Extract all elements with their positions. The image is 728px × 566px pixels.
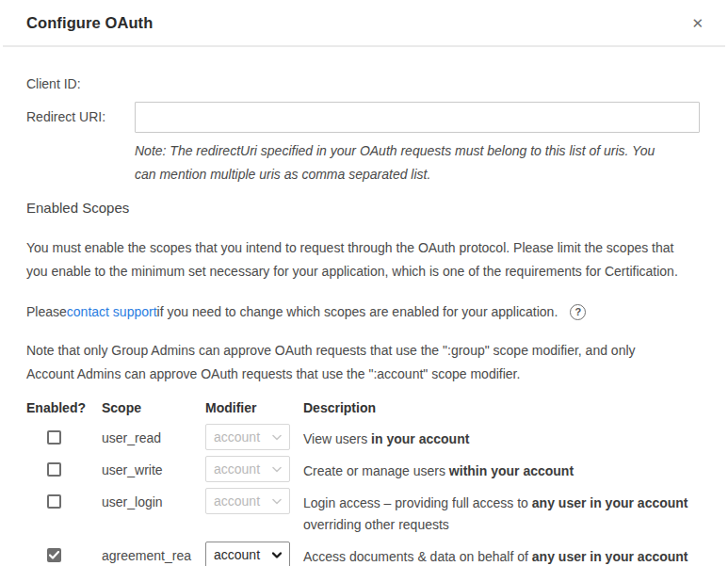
chevron-down-icon bbox=[272, 434, 282, 441]
scope-description: Access documents & data on behalf of any… bbox=[303, 546, 700, 566]
admin-note-text: Note that only Group Admins can approve … bbox=[26, 339, 681, 386]
header-divider bbox=[3, 45, 725, 47]
chevron-down-icon bbox=[272, 552, 282, 558]
column-header-description: Description bbox=[303, 400, 700, 418]
column-header-scope: Scope bbox=[102, 400, 205, 418]
modifier-select[interactable]: account bbox=[205, 424, 290, 450]
enabled-scopes-heading: Enabled Scopes bbox=[26, 200, 700, 216]
redirect-uri-input[interactable] bbox=[135, 102, 700, 133]
scope-name: user_write bbox=[102, 460, 196, 480]
support-text-pre: Please bbox=[26, 300, 67, 324]
modifier-select[interactable]: account bbox=[205, 542, 290, 566]
scope-name: user_read bbox=[102, 428, 196, 448]
scope-name: agreement_read bbox=[102, 545, 196, 566]
client-id-row: Client ID: bbox=[26, 76, 700, 91]
dialog-header: Configure OAuth ✕ bbox=[0, 0, 728, 32]
scope-name: user_login bbox=[102, 492, 196, 512]
modifier-selected-value: account bbox=[214, 461, 260, 477]
help-icon[interactable]: ? bbox=[570, 304, 586, 320]
redirect-uri-row: Redirect URI: bbox=[26, 102, 700, 133]
modifier-selected-value: account bbox=[214, 493, 260, 509]
close-icon[interactable]: ✕ bbox=[688, 14, 707, 32]
scope-enabled-checkbox-agreement_read[interactable] bbox=[47, 548, 61, 562]
scopes-table: Enabled? Scope Modifier Description user… bbox=[26, 400, 700, 566]
support-line: Please contact support if you need to ch… bbox=[26, 300, 693, 324]
dialog-body: Client ID: Redirect URI: Note: The redir… bbox=[0, 76, 728, 566]
redirect-uri-note: Note: The redirectUri specified in your … bbox=[135, 139, 662, 186]
scope-description: Create or manage users within your accou… bbox=[303, 461, 700, 482]
modifier-select[interactable]: account bbox=[205, 456, 290, 482]
scopes-intro-text: You must enable the scopes that you inte… bbox=[26, 236, 693, 283]
contact-support-link[interactable]: contact support bbox=[67, 300, 157, 324]
scope-enabled-checkbox-user_read[interactable] bbox=[47, 430, 61, 445]
client-id-label: Client ID: bbox=[26, 76, 135, 91]
check-icon bbox=[49, 551, 59, 559]
modifier-select[interactable]: account bbox=[205, 488, 290, 514]
chevron-down-icon bbox=[272, 466, 282, 473]
scope-description: Login access – providing full access to … bbox=[303, 493, 700, 536]
scope-description: View users in your account bbox=[303, 429, 700, 450]
column-header-enabled: Enabled? bbox=[26, 400, 102, 418]
column-header-modifier: Modifier bbox=[205, 400, 303, 418]
chevron-down-icon bbox=[272, 498, 282, 505]
scope-enabled-checkbox-user_write[interactable] bbox=[47, 462, 61, 477]
modifier-selected-value: account bbox=[214, 429, 260, 445]
support-text-post: if you need to change which scopes are e… bbox=[157, 300, 558, 324]
dialog-title: Configure OAuth bbox=[26, 14, 153, 32]
scope-enabled-checkbox-user_login[interactable] bbox=[47, 494, 61, 509]
redirect-uri-label: Redirect URI: bbox=[26, 102, 135, 132]
modifier-selected-value: account bbox=[214, 547, 260, 562]
